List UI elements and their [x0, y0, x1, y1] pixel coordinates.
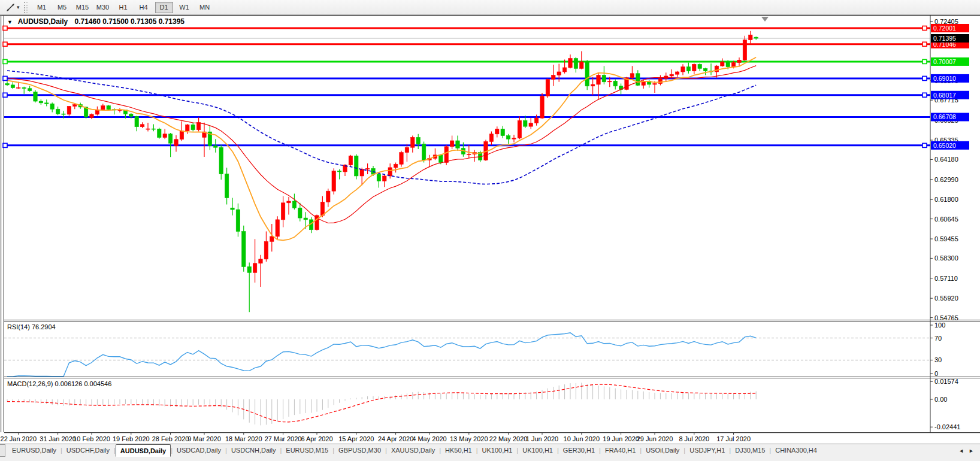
line-drag-handle[interactable]	[3, 93, 7, 97]
pane-separator	[4, 378, 980, 378]
candle-body	[365, 168, 369, 169]
macd-tick-label: 0.01574	[934, 378, 958, 385]
rsi-tick-label: 30	[934, 356, 942, 363]
timeframe-button-w1[interactable]: W1	[176, 2, 193, 13]
tab-hk50-h1[interactable]: HK50,H1	[441, 444, 476, 457]
line-drag-handle[interactable]	[3, 59, 7, 63]
candle-body	[557, 72, 561, 75]
line-drag-handle[interactable]	[922, 93, 927, 97]
tab-xauusd-daily[interactable]: XAUUSD,Daily	[387, 444, 439, 457]
toolbar-grip[interactable]	[24, 2, 28, 13]
candle-body	[670, 74, 673, 76]
candle-body	[405, 147, 409, 152]
candle-body	[416, 137, 420, 144]
line-drag-handle[interactable]	[922, 42, 927, 46]
timeframe-button-m5[interactable]: M5	[53, 2, 71, 13]
timeframe-button-mn[interactable]: MN	[196, 2, 214, 13]
tab-scroll-left-icon[interactable]: ◄	[958, 448, 964, 454]
line-drag-handle[interactable]	[3, 76, 7, 80]
date-tick-label: 10 Feb 2020	[73, 435, 110, 442]
tab-fra40-h1[interactable]: FRA40,H1	[601, 444, 640, 457]
candle-body	[580, 62, 583, 68]
candle-body	[22, 87, 26, 88]
candle-body	[67, 106, 71, 114]
date-tick-label: 19 Jun 2020	[603, 435, 639, 442]
line-drag-handle[interactable]	[922, 59, 927, 63]
line-drag-handle[interactable]	[922, 26, 927, 30]
date-tick-label: 15 Apr 2020	[338, 435, 374, 442]
candle-body	[456, 141, 459, 148]
caret-down-icon[interactable]: ▾	[17, 4, 20, 10]
candle-body	[529, 123, 533, 127]
timeframe-button-h4[interactable]: H4	[135, 2, 153, 13]
chart-canvas[interactable]: 0.724050.688700.677150.665250.653350.641…	[0, 15, 980, 444]
candle-body	[62, 114, 65, 114]
tab-china300-h4[interactable]: CHINA300,H4	[771, 444, 821, 457]
candle-body	[236, 210, 240, 231]
macd-tick-label: 0.00	[934, 396, 947, 403]
candle-body	[546, 80, 549, 96]
tab-scroll-right-icon[interactable]: ►	[969, 448, 974, 454]
candle-body	[242, 232, 246, 267]
tab-audusd-daily[interactable]: AUDUSD,Daily	[116, 444, 171, 457]
candle-body	[731, 63, 735, 67]
candle-body	[743, 40, 746, 60]
tab-usdchf-daily[interactable]: USDCHF,Daily	[62, 444, 114, 457]
candle-body	[231, 208, 234, 210]
candle-body	[163, 134, 167, 138]
candle-body	[383, 176, 386, 181]
tab-usdjpy-h1[interactable]: USDJPY,H1	[685, 444, 729, 457]
candle-body	[591, 84, 594, 86]
candle-body	[56, 109, 59, 114]
candle-body	[158, 129, 161, 137]
tab-usoil-daily[interactable]: USOil,Daily	[642, 444, 683, 457]
timeframe-button-d1[interactable]: D1	[155, 2, 173, 13]
date-tick-label: 8 Jul 2020	[679, 435, 709, 442]
candle-body	[692, 64, 696, 71]
candle-body	[219, 147, 223, 174]
tab-eurusd-m15[interactable]: EURUSD,M15	[282, 444, 332, 457]
collapse-triangle-icon[interactable]: ▼	[7, 19, 13, 25]
date-tick-label: 27 Mar 2020	[265, 435, 302, 442]
candle-body	[400, 153, 403, 165]
candle-body	[304, 218, 307, 220]
tab-eurusd-daily[interactable]: EURUSD,Daily	[8, 444, 61, 457]
line-drag-handle[interactable]	[922, 76, 927, 80]
line-tool-icon[interactable]	[2, 1, 18, 13]
candle-body	[45, 103, 49, 104]
tab-uk100-h1[interactable]: UK100,H1	[518, 444, 557, 457]
tab-scroll-stub[interactable]	[0, 444, 5, 457]
timeframe-button-m15[interactable]: M15	[74, 2, 92, 13]
candle-body	[39, 101, 43, 103]
candle-body	[608, 81, 612, 81]
tab-uk100-h1[interactable]: UK100,H1	[478, 444, 517, 457]
current-price-label: 0.71395	[933, 35, 956, 42]
date-tick-label: 6 Apr 2020	[301, 435, 332, 442]
candle-body	[506, 136, 510, 139]
candle-body	[703, 68, 707, 71]
pane-separator	[4, 377, 980, 377]
tab-dj30-m15[interactable]: DJ30,M15	[731, 444, 769, 457]
timeframe-button-m30[interactable]: M30	[94, 2, 112, 13]
candle-body	[737, 60, 741, 62]
tab-gbpusd-m30[interactable]: GBPUSD,M30	[334, 444, 385, 457]
tab-ger30-h1[interactable]: GER30,H1	[559, 444, 599, 457]
candle-body	[377, 174, 380, 181]
candle-body	[50, 104, 54, 109]
date-tick-label: 24 Apr 2020	[378, 435, 413, 442]
date-tick-label: 1 Jun 2020	[526, 435, 558, 442]
line-drag-handle[interactable]	[3, 26, 7, 30]
line-drag-handle[interactable]	[3, 42, 7, 46]
candle-body	[140, 125, 144, 127]
tab-usdcad-daily[interactable]: USDCAD,Daily	[173, 444, 225, 457]
candle-body	[326, 191, 330, 202]
timeframe-button-h1[interactable]: H1	[114, 2, 132, 13]
timeframe-button-m1[interactable]: M1	[33, 2, 51, 13]
line-drag-handle[interactable]	[922, 143, 927, 147]
tab-usdcnh-daily[interactable]: USDCNH,Daily	[227, 444, 280, 457]
candle-body	[5, 84, 9, 85]
line-drag-handle[interactable]	[3, 143, 7, 147]
date-tick-label: 9 Mar 2020	[187, 435, 221, 442]
candle-body	[388, 168, 392, 176]
candle-body	[34, 92, 37, 101]
